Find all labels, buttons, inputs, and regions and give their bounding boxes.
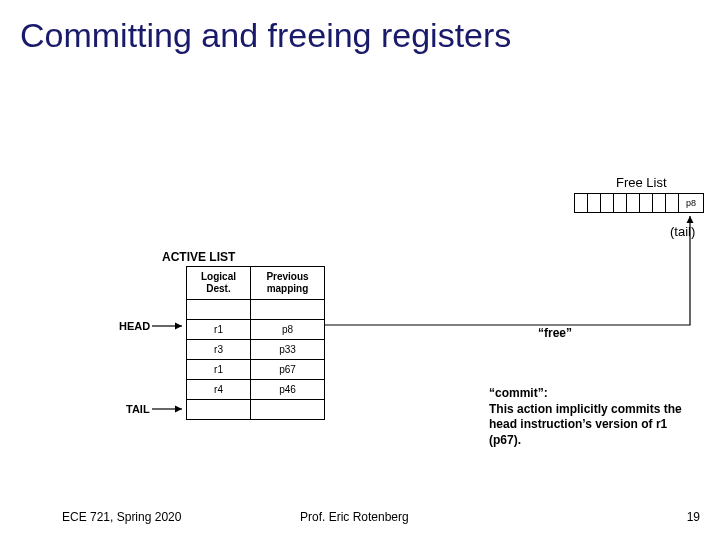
cell-logical: r1: [187, 360, 251, 380]
free-list-cell: [640, 194, 653, 212]
commit-annotation: “commit”: This action implicitly commits…: [489, 386, 689, 448]
cell-prev: p8: [251, 320, 325, 340]
table-row: r1 p8: [187, 320, 325, 340]
table-row: r1 p67: [187, 360, 325, 380]
spacer-cell: [251, 400, 325, 420]
free-list-cell: [588, 194, 601, 212]
head-pointer-label: HEAD: [119, 320, 150, 332]
table-header-prev: Previous mapping: [251, 267, 325, 300]
free-list-cell: [627, 194, 640, 212]
cell-logical: r1: [187, 320, 251, 340]
footer-course: ECE 721, Spring 2020: [62, 510, 181, 524]
page-title: Committing and freeing registers: [0, 0, 720, 55]
free-list-cell: [614, 194, 627, 212]
active-list-table: Logical Dest. Previous mapping r1 p8 r3 …: [186, 266, 325, 420]
cell-prev: p33: [251, 340, 325, 360]
table-row: r4 p46: [187, 380, 325, 400]
cell-logical: r3: [187, 340, 251, 360]
free-list-cell: [653, 194, 666, 212]
free-list-cell: [601, 194, 614, 212]
spacer-cell: [251, 300, 325, 320]
cell-prev: p67: [251, 360, 325, 380]
free-annotation: “free”: [538, 326, 572, 340]
free-list-cell: [575, 194, 588, 212]
table-header-logical: Logical Dest.: [187, 267, 251, 300]
spacer-cell: [187, 300, 251, 320]
cell-logical: r4: [187, 380, 251, 400]
free-list-entry: p8: [679, 194, 703, 212]
footer-page: 19: [687, 510, 700, 524]
spacer-cell: [187, 400, 251, 420]
footer-author: Prof. Eric Rotenberg: [300, 510, 409, 524]
table-row: r3 p33: [187, 340, 325, 360]
free-list-grid: p8: [574, 193, 704, 213]
active-list-label: ACTIVE LIST: [162, 250, 235, 264]
free-list-label: Free List: [616, 175, 667, 190]
free-list-cell: [666, 194, 679, 212]
free-list-tail-label: (tail): [670, 224, 695, 239]
tail-pointer-label: TAIL: [126, 403, 150, 415]
arrows-overlay: [0, 0, 720, 540]
cell-prev: p46: [251, 380, 325, 400]
